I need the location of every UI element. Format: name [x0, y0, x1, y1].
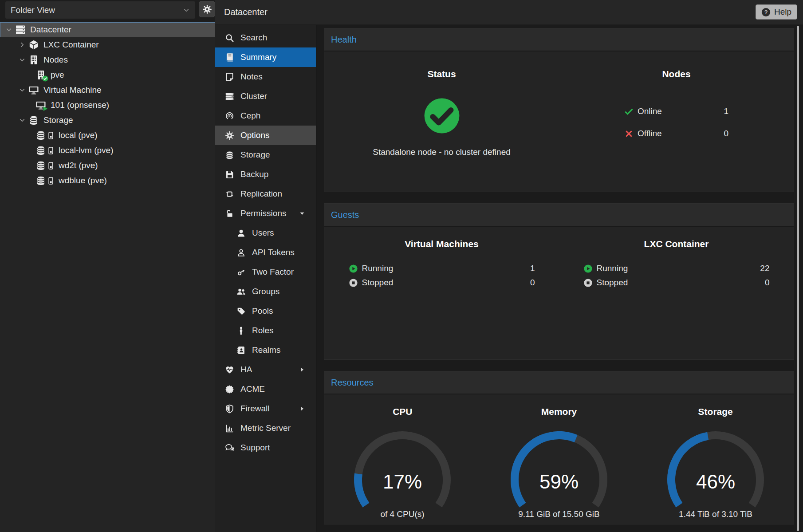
svg-text:9.11 GiB of 15.50 GiB: 9.11 GiB of 15.50 GiB: [518, 509, 599, 519]
resource-tree-panel: Folder View Datacenter LXC Container Nod…: [0, 0, 215, 532]
storage-icon: [35, 130, 46, 141]
tree-item-storage-wdblue[interactable]: wdblue (pve): [0, 173, 215, 188]
stop-circle-icon: [349, 278, 358, 288]
book-icon: [225, 53, 234, 62]
tree-item-datacenter[interactable]: Datacenter: [0, 22, 215, 37]
tree-item-pve[interactable]: pve: [0, 67, 215, 83]
disk-icon: [47, 176, 55, 185]
nav-item-metric-server[interactable]: Metric Server: [215, 418, 316, 438]
lxc-stopped-label: Stopped: [597, 278, 628, 288]
nav-item-api-tokens[interactable]: API Tokens: [215, 243, 316, 262]
svg-text:59%: 59%: [539, 471, 579, 493]
disk-icon: [47, 131, 55, 140]
nodes-online-value: 1: [724, 106, 728, 116]
tree-item-storage-local-lvm[interactable]: local-lvm (pve): [0, 143, 215, 158]
nav-item-groups[interactable]: Groups: [215, 282, 316, 301]
tree-item-label: Storage: [43, 115, 73, 125]
tree-item-storage-local[interactable]: local (pve): [0, 128, 215, 143]
nav-item-cluster[interactable]: Cluster: [215, 87, 316, 106]
nav-item-replication[interactable]: Replication: [215, 184, 316, 204]
nodes-offline-row: Offline 0: [624, 122, 728, 145]
nav-item-label: Metric Server: [240, 423, 291, 433]
nav-item-label: ACME: [240, 384, 265, 394]
nav-item-two-factor[interactable]: Two Factor: [215, 262, 316, 282]
database-icon: [225, 150, 234, 160]
vm-heading: Virtual Machines: [405, 237, 479, 251]
chevron-right-icon[interactable]: [19, 41, 26, 48]
nav-item-search[interactable]: Search: [215, 28, 316, 47]
nav-item-acme[interactable]: ACME: [215, 379, 316, 399]
tree-settings-button[interactable]: [199, 1, 215, 17]
resources-panel: Resources CPU 17% of 4 CPU(s) Memory 59%…: [324, 371, 794, 524]
nav-item-summary[interactable]: Summary: [215, 47, 316, 67]
tree-item-label: Virtual Machine: [43, 85, 102, 95]
tree-item-label: LXC Container: [43, 40, 99, 50]
tree-item-storage[interactable]: Storage: [0, 113, 215, 128]
chevron-down-icon[interactable]: [19, 56, 26, 63]
tree-item-lxc-container[interactable]: LXC Container: [0, 37, 215, 52]
nav-item-options[interactable]: Options: [215, 126, 316, 145]
tree-item-label: wdblue (pve): [59, 176, 107, 185]
vm-running-row: Running 1: [349, 261, 535, 276]
server-stack-icon: [225, 92, 234, 101]
nav-item-label: Firewall: [240, 404, 269, 414]
tree-item-label: Nodes: [43, 55, 68, 65]
tree-item-nodes[interactable]: Nodes: [0, 52, 215, 67]
nav-item-pools[interactable]: Pools: [215, 301, 316, 321]
bar-chart-icon: [225, 424, 234, 433]
chevron-down-icon[interactable]: [19, 87, 26, 94]
vm-stopped-label: Stopped: [362, 278, 394, 288]
container-icon: [28, 39, 39, 50]
chevron-down-icon[interactable]: [5, 26, 12, 33]
guests-panel: Guests Virtual Machines Running 1 Stoppe…: [324, 203, 794, 360]
floppy-icon: [225, 170, 234, 179]
tree-item-vm-101[interactable]: 101 (opnsense): [0, 98, 215, 113]
health-panel-title: Health: [324, 28, 794, 51]
running-play-icon: [42, 106, 48, 112]
nav-item-permissions[interactable]: Permissions: [215, 204, 316, 223]
nav-item-label: Permissions: [240, 209, 286, 218]
nav-item-storage[interactable]: Storage: [215, 145, 316, 165]
node-icon: [28, 55, 39, 65]
caret-down-icon: [299, 210, 305, 217]
content-header: Datacenter Help: [215, 0, 803, 24]
nav-item-firewall[interactable]: Firewall: [215, 399, 316, 418]
comments-icon: [225, 443, 234, 453]
nav-item-label: Options: [240, 130, 269, 140]
nav-item-realms[interactable]: Realms: [215, 340, 316, 360]
gear-icon: [225, 131, 234, 140]
vertical-scrollbar[interactable]: [797, 26, 799, 531]
nav-item-backup[interactable]: Backup: [215, 165, 316, 184]
svg-text:1.44 TiB of 3.10 TiB: 1.44 TiB of 3.10 TiB: [679, 509, 752, 519]
address-book-icon: [236, 346, 246, 355]
nav-item-label: Summary: [240, 52, 276, 62]
tree-item-storage-wd2t[interactable]: wd2t (pve): [0, 158, 215, 173]
nav-item-ceph[interactable]: Ceph: [215, 106, 316, 126]
chevron-down-icon[interactable]: [183, 7, 190, 14]
health-status-column: Status Standalone node - no cluster defi…: [324, 51, 559, 192]
memory-gauge: 59% 9.11 GiB of 15.50 GiB: [492, 422, 626, 520]
caret-right-icon: [299, 366, 305, 373]
stop-circle-icon: [583, 278, 593, 288]
nav-item-label: Backup: [240, 169, 268, 179]
nav-item-users[interactable]: Users: [215, 223, 316, 243]
nodes-offline-value: 0: [724, 129, 728, 138]
help-button[interactable]: Help: [756, 4, 797, 20]
heartbeat-icon: [225, 365, 234, 374]
nav-item-support[interactable]: Support: [215, 438, 316, 457]
status-ok-icon: [423, 97, 461, 135]
tree-item-virtual-machine[interactable]: Virtual Machine: [0, 83, 215, 98]
tree-item-label: local-lvm (pve): [59, 146, 114, 155]
view-mode-select[interactable]: Folder View: [5, 1, 195, 19]
chevron-down-icon[interactable]: [19, 117, 26, 124]
tree-item-label: local (pve): [59, 130, 98, 140]
guests-panel-title: Guests: [324, 204, 794, 227]
nav-item-roles[interactable]: Roles: [215, 321, 316, 340]
ceph-icon: [225, 111, 234, 121]
nav-item-label: Users: [252, 228, 274, 238]
unlock-icon: [225, 209, 234, 218]
nav-item-notes[interactable]: Notes: [215, 67, 316, 87]
play-circle-icon: [583, 264, 593, 273]
datacenter-icon: [15, 24, 26, 35]
nav-item-ha[interactable]: HA: [215, 360, 316, 379]
